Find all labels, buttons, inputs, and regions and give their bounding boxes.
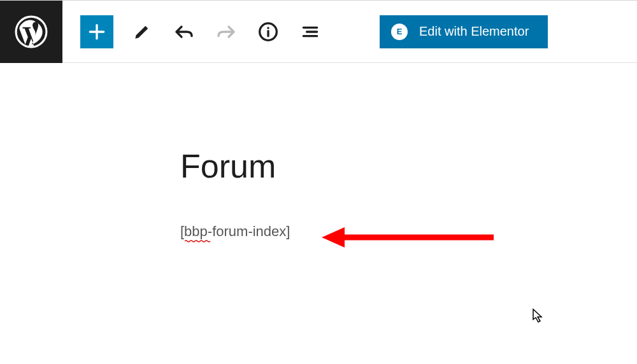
spellcheck-underline bbox=[185, 240, 211, 242]
redo-icon bbox=[216, 22, 236, 42]
shortcode-text: [bbp-forum-index] bbox=[180, 223, 290, 239]
mouse-cursor bbox=[532, 308, 545, 323]
editor-content: Forum [bbp-forum-index] bbox=[0, 63, 637, 240]
undo-button[interactable] bbox=[171, 18, 197, 45]
redo-button[interactable] bbox=[213, 18, 240, 45]
outline-button[interactable] bbox=[297, 18, 324, 45]
edit-elementor-button[interactable]: E Edit with Elementor bbox=[380, 15, 548, 48]
outline-icon bbox=[300, 22, 320, 42]
elementor-button-label: Edit with Elementor bbox=[419, 24, 529, 39]
edit-button[interactable] bbox=[129, 18, 155, 45]
info-icon bbox=[258, 22, 278, 42]
editor-toolbar: E Edit with Elementor bbox=[0, 1, 637, 63]
elementor-badge-icon: E bbox=[391, 24, 408, 40]
add-block-button[interactable] bbox=[80, 15, 113, 48]
page-title[interactable]: Forum bbox=[180, 147, 637, 185]
svg-point-2 bbox=[267, 27, 269, 29]
undo-icon bbox=[174, 22, 194, 42]
wordpress-icon bbox=[15, 15, 48, 48]
shortcode-block[interactable]: [bbp-forum-index] bbox=[180, 223, 290, 240]
wordpress-logo[interactable] bbox=[0, 1, 62, 63]
info-button[interactable] bbox=[255, 18, 282, 45]
plus-icon bbox=[87, 22, 107, 42]
pencil-icon bbox=[132, 22, 152, 42]
toolbar-actions: E Edit with Elementor bbox=[62, 15, 637, 48]
